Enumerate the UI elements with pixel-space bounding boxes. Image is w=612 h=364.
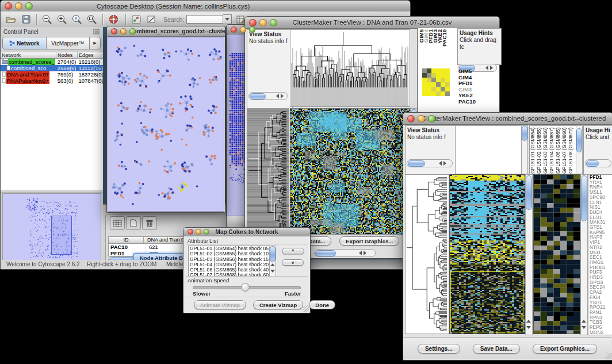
scroll-up-arrow[interactable] [526,320,531,323]
zoom-button[interactable] [25,2,33,10]
move-down-button[interactable]: v [282,259,304,266]
float-panel-icon[interactable] [93,29,100,35]
scroll-up-arrow[interactable] [270,263,275,266]
minimize-button[interactable] [15,2,22,10]
network-row[interactable]: combined_scores_ 2764(0) 16218(0) [1,59,105,66]
main-titlebar[interactable]: Cytoscape Desktop (Session Name: collins… [1,1,410,12]
search-dropdown-arrow[interactable] [223,14,232,24]
treeview2-coldendro-vscrollbar[interactable] [521,125,528,174]
open-file-icon[interactable] [5,14,17,25]
new-attribute-icon[interactable] [126,216,141,230]
column-label[interactable]: PAC10 [442,29,447,47]
zoom-button[interactable] [249,26,255,33]
zoom-button[interactable] [428,115,435,122]
help-lifering-icon[interactable] [108,14,119,25]
treeview2-zoom-heatmap[interactable] [533,174,580,334]
treeview1-column-dendrogram[interactable] [290,29,410,107]
treeview2-heatmap[interactable] [449,174,525,334]
network-graph-canvas[interactable] [108,37,224,212]
close-button[interactable] [188,229,193,235]
scrollbar-thumb[interactable] [522,126,527,141]
network-snapshot-icon[interactable] [131,14,142,25]
row-label[interactable]: GIM5 [458,68,476,75]
network-window-titlebar[interactable]: combined_scores_good.txt--cluste... [107,26,225,37]
view-status-hscrollbar[interactable] [248,92,288,100]
animate-vizmap-button[interactable]: Animate Vizmap [194,300,246,309]
zoom-button[interactable] [204,229,209,235]
minimize-button[interactable] [240,26,246,33]
scrollbar-thumb[interactable] [526,175,532,210]
network-table-header[interactable]: Network Nodes Edges [1,52,105,59]
treeview2-row-dendrogram[interactable] [405,174,449,334]
zoom-button[interactable] [129,28,136,35]
treeview1-similarity-matrix[interactable] [422,68,450,96]
treeview2-collabels-vscrollbar[interactable] [576,125,583,174]
scroll-left-arrow[interactable] [359,251,362,255]
column-label[interactable]: GPL51-06 (GSM865) [555,126,561,174]
scroll-down-arrow[interactable] [582,326,586,329]
delete-attribute-trash-icon[interactable] [142,216,157,230]
scrollbar-thumb[interactable] [270,246,276,262]
attribute-list-vscrollbar[interactable] [269,246,276,277]
scrollbar-thumb[interactable] [586,160,599,167]
overview-viewport-rect[interactable] [51,216,72,255]
treeview-button[interactable]: Export Graphics... [533,344,597,354]
move-up-button[interactable]: ^ [282,248,304,254]
scroll-down-arrow[interactable] [526,326,531,329]
treeview-button[interactable]: Settings... [418,344,460,354]
zoom-selected-icon[interactable] [71,14,83,25]
scroll-right-arrow[interactable] [364,251,366,255]
row-label[interactable]: PFD1 [458,81,476,87]
scroll-right-arrow[interactable] [490,66,493,70]
scrollbar-thumb[interactable] [315,250,336,256]
column-label[interactable]: GPL51-07 (GSM868) [561,126,568,174]
close-button[interactable] [231,26,237,33]
scroll-right-arrow[interactable] [281,94,284,98]
minimize-button[interactable] [418,115,425,122]
treeview1-titlebar[interactable]: ClusterMaker TreeView : DNA and Tran 07-… [245,17,499,29]
treeview2-zoom-vscrollbar[interactable] [580,174,588,335]
save-icon[interactable] [20,14,32,25]
scroll-left-arrow[interactable] [485,66,488,70]
scrollbar-thumb[interactable] [576,128,582,152]
close-button[interactable] [249,19,257,26]
close-button[interactable] [5,2,12,10]
tab-overflow-arrow[interactable]: ▶ [90,37,101,49]
minimize-button[interactable] [120,28,127,35]
column-label[interactable]: GPL51-02 (GSM855) [536,126,542,174]
attribute-table-icon[interactable] [110,216,125,230]
treeview-button[interactable]: Save Data... [473,344,520,354]
speed-slider-thumb[interactable] [241,283,250,292]
view-status-hscrollbar[interactable] [407,159,453,167]
column-label[interactable]: GPL51-04 (GSM857) [549,126,555,174]
column-label[interactable]: GPL51-01 (GSM854) [530,126,536,174]
resize-grip[interactable] [303,305,309,312]
treeview2-column-dendrogram-area[interactable] [455,125,522,174]
network-row[interactable]: RNAPuberNov2+ 563(0) 107847(0) [1,78,105,84]
scroll-down-arrow[interactable] [270,270,275,273]
treeview-button[interactable]: Export Graphics... [339,236,399,246]
minimize-button[interactable] [196,229,201,235]
dialog-titlebar[interactable]: Map Colors to Network [183,228,310,236]
zoom-out-icon[interactable] [41,14,53,25]
create-vizmap-button[interactable]: Create Vizmap [253,300,303,309]
close-button[interactable] [111,28,117,35]
scrollbar-thumb[interactable] [581,175,587,221]
usage-hscrollbar[interactable] [585,159,611,167]
treeview1-row-dendrogram[interactable] [247,108,289,235]
search-input[interactable] [186,15,223,24]
zoom-fit-icon[interactable] [86,14,98,25]
network-row[interactable]: DNA and Tran 07 769(0) 183728(0) [1,71,105,78]
treeview1-bottom-hscrollbar[interactable] [314,249,376,257]
row-label[interactable]: PAC10 [458,99,476,105]
zoom-in-icon[interactable] [56,14,68,25]
scrollbar-thumb[interactable] [250,93,266,99]
scroll-left-arrow[interactable] [276,94,279,98]
row-label[interactable]: YKE2 [458,93,476,99]
scroll-left-arrow[interactable] [439,161,442,166]
treeview2-heatmap-vscrollbar[interactable] [525,174,533,335]
treeview2-titlebar[interactable]: ClusterMaker TreeView : combined_scores_… [403,113,612,125]
network-row-selected[interactable]: combined_sco 2569(6) 13112(15) [1,65,105,71]
scrollbar-thumb[interactable] [408,160,425,167]
gene-label[interactable]: MON2 [590,330,612,335]
